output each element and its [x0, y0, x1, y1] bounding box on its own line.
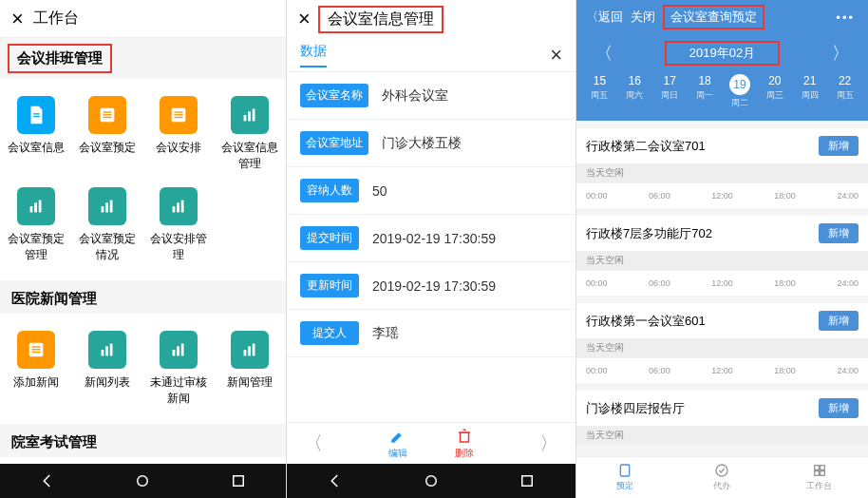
delete-button[interactable]: 删除: [455, 428, 474, 460]
svg-rect-5: [103, 117, 111, 118]
header-title: 会议室查询预定: [663, 5, 764, 29]
svg-rect-50: [461, 432, 469, 442]
tab-label: 代办: [713, 480, 730, 492]
tab-bar: 预定代办工作台: [576, 456, 868, 498]
new-button[interactable]: 新增: [819, 136, 859, 156]
grid-item-label: 会议室预定管理: [4, 231, 67, 263]
edit-button[interactable]: 编辑: [388, 428, 407, 460]
form-row: 会议室名称外科会议室: [287, 72, 576, 120]
form-row: 更新时间2019-02-19 17:30:59: [287, 262, 576, 310]
screen-room-info: × 会议室信息管理 数据 × 会议室名称外科会议室会议室地址门诊大楼五楼容纳人数…: [287, 0, 576, 498]
month-label: 2019年02月: [665, 41, 780, 66]
grid-item[interactable]: 未通过审核新闻: [143, 323, 215, 414]
new-button[interactable]: 新增: [819, 311, 859, 331]
grid-item[interactable]: 会议室信息管理: [215, 88, 286, 180]
field-label: 更新时间: [300, 274, 359, 297]
calendar-day[interactable]: 22周五: [827, 74, 862, 109]
field-value: 门诊大楼五楼: [382, 135, 462, 152]
content-scroll[interactable]: 会议排班管理会议室信息会议室预定会议安排会议室信息管理会议室预定管理会议室预定情…: [0, 38, 286, 464]
calendar-day[interactable]: 18周一: [688, 74, 723, 109]
grid-item[interactable]: 会议安排: [143, 88, 215, 180]
nav-back-icon[interactable]: [327, 472, 344, 489]
calendar-day[interactable]: 21周四: [792, 74, 827, 109]
svg-rect-1: [33, 116, 39, 117]
svg-rect-4: [103, 114, 111, 115]
room-card: 行政楼第一会议室601新增当天空闲00:0006:0012:0018:0024:…: [576, 303, 868, 383]
chart-icon: [160, 331, 198, 369]
header-title: 工作台: [33, 9, 79, 29]
grid-item[interactable]: 会议安排管理: [143, 180, 215, 271]
tab-预定[interactable]: 预定: [576, 457, 673, 498]
tab-代办[interactable]: 代办: [673, 457, 770, 498]
field-label: 提交人: [300, 321, 359, 345]
grid-item-label: 会议安排管理: [147, 231, 211, 263]
svg-rect-24: [31, 349, 40, 350]
grid-item[interactable]: 会议室预定: [71, 88, 142, 180]
nav-recent-icon[interactable]: [519, 472, 536, 489]
close-icon[interactable]: ×: [11, 7, 24, 31]
svg-rect-55: [814, 466, 819, 470]
svg-rect-27: [105, 346, 108, 355]
chart-icon: [231, 331, 269, 369]
tab-工作台[interactable]: 工作台: [771, 457, 868, 498]
header: × 工作台: [0, 0, 286, 38]
grid-item-label: 新闻列表: [85, 374, 130, 391]
doc-icon: [17, 96, 55, 134]
svg-rect-31: [181, 344, 184, 356]
more-icon[interactable]: •••: [828, 10, 862, 25]
grid-item[interactable]: 添加新闻: [0, 323, 71, 414]
nav-recent-icon[interactable]: [230, 472, 247, 489]
section-title: 院室考试管理: [0, 424, 286, 457]
svg-rect-14: [34, 202, 37, 212]
grid-item-label: 会议室信息管理: [218, 140, 282, 172]
grid-item[interactable]: 会议室信息: [0, 88, 71, 180]
field-label: 提交时间: [300, 226, 359, 250]
tab-data[interactable]: 数据: [300, 43, 327, 67]
svg-rect-58: [820, 471, 824, 476]
svg-rect-21: [181, 201, 184, 213]
chart-icon: [17, 187, 55, 225]
section-title: 会议排班管理: [8, 44, 112, 73]
nav-back-icon[interactable]: [39, 472, 56, 489]
new-button[interactable]: 新增: [819, 398, 859, 418]
room-list[interactable]: 行政楼第二会议室701新增当天空闲00:0006:0012:0018:0024:…: [576, 121, 868, 456]
room-name: 行政楼7层多功能厅702: [586, 225, 712, 242]
grid-item[interactable]: 新闻管理: [215, 323, 286, 414]
next-icon[interactable]: 〉: [539, 431, 558, 456]
svg-rect-8: [175, 114, 183, 115]
calendar-day[interactable]: 20周三: [757, 74, 792, 109]
close-button[interactable]: 关闭: [627, 9, 659, 26]
list-icon: [17, 331, 55, 369]
grid-item-label: 会议安排: [156, 140, 201, 156]
svg-rect-53: [620, 465, 629, 476]
prev-icon[interactable]: 〈: [304, 431, 323, 456]
prev-month-icon[interactable]: 〈: [595, 42, 613, 65]
grid-item[interactable]: 新闻列表: [71, 323, 142, 414]
footer: 〈 编辑 删除 〉: [287, 422, 576, 464]
close-icon[interactable]: ×: [550, 43, 562, 67]
timeline: 00:0006:0012:0018:0024:00: [576, 182, 868, 208]
android-nav: [287, 464, 576, 498]
svg-rect-11: [249, 111, 252, 121]
room-status: 当天空闲: [576, 163, 868, 182]
calendar-day[interactable]: 17周日: [652, 74, 688, 109]
form-row: 提交人李瑶: [287, 310, 576, 357]
calendar-day[interactable]: 19周二: [723, 74, 758, 109]
room-status: 当天空闲: [576, 251, 868, 270]
calendar-day[interactable]: 15周五: [582, 74, 617, 109]
nav-home-icon[interactable]: [423, 472, 440, 489]
back-button[interactable]: 〈返回: [582, 9, 627, 26]
svg-rect-17: [105, 202, 108, 212]
new-button[interactable]: 新增: [819, 223, 859, 243]
grid-item[interactable]: 会议室预定管理: [0, 180, 71, 271]
svg-rect-23: [31, 346, 40, 347]
nav-home-icon[interactable]: [134, 472, 151, 489]
chart-icon: [231, 96, 269, 134]
next-month-icon[interactable]: 〉: [832, 42, 849, 65]
screen-room-booking: 〈返回 关闭 会议室查询预定 ••• 〈 2019年02月 〉 15周五16周六…: [576, 0, 868, 498]
calendar-day[interactable]: 16周六: [617, 74, 652, 109]
svg-point-54: [716, 465, 727, 476]
grid-item[interactable]: 会议室预定情况: [71, 180, 142, 271]
field-value: 2019-02-19 17:30:59: [372, 278, 496, 294]
close-icon[interactable]: ×: [298, 7, 311, 31]
